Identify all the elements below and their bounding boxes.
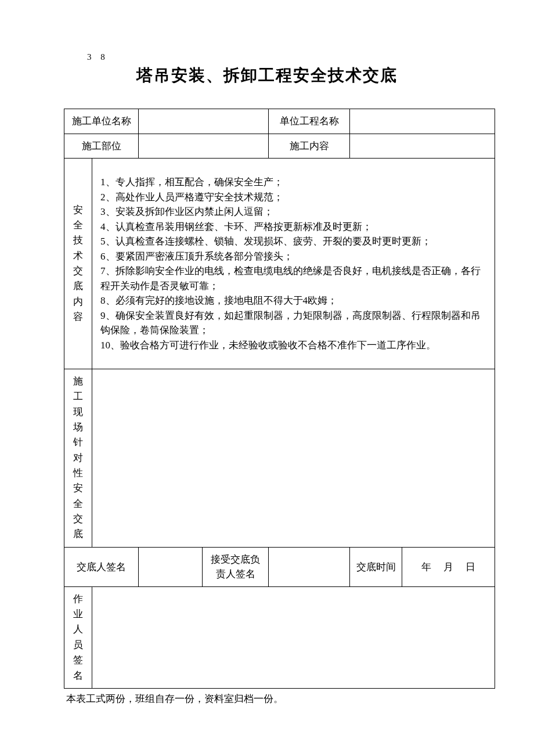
label-disclosure-signer: 交底人签名	[64, 547, 139, 586]
row-signatures: 交底人签名 接受交底负责人签名 交底时间 年 月 日	[64, 547, 495, 586]
footer-note: 本表工式两份，班组自存一份，资料室归档一份。	[66, 692, 470, 705]
value-receiver-signer	[269, 547, 350, 586]
form-table: 施工单位名称 单位工程名称 施工部位 施工内容 安 全 技 术 交 底 内 容 …	[64, 109, 495, 689]
value-disclosure-signer	[139, 547, 203, 586]
value-disclosure-time: 年 月 日	[402, 547, 495, 586]
label-safety-tech: 安 全 技 术 交 底 内 容	[64, 159, 92, 369]
label-construction-unit: 施工单位名称	[64, 109, 139, 134]
label-construction-part: 施工部位	[64, 134, 139, 159]
label-project-name: 单位工程名称	[269, 109, 350, 134]
page-title: 塔吊安装、拆卸工程安全技术交底	[64, 64, 470, 87]
row-worker-sign: 作 业 人 员 签 名	[64, 586, 495, 688]
label-site-specific: 施 工 现 场 针 对 性 安 全 交 底	[64, 369, 92, 548]
row-construction-part: 施工部位 施工内容	[64, 134, 495, 159]
worker-sign-body	[92, 586, 495, 688]
row-unit-name: 施工单位名称 单位工程名称	[64, 109, 495, 134]
header-number: 3 8	[87, 52, 470, 62]
value-construction-content	[350, 134, 495, 159]
safety-content-body: 1、专人指挥，相互配合，确保安全生产； 2、高处作业人员严格遵守安全技术规范； …	[92, 159, 495, 369]
label-worker-sign: 作 业 人 员 签 名	[64, 586, 92, 688]
label-receiver-signer: 接受交底负责人签名	[203, 547, 269, 586]
value-project-name	[350, 109, 495, 134]
value-construction-unit	[139, 109, 269, 134]
value-construction-part	[139, 134, 269, 159]
row-safety-content: 安 全 技 术 交 底 内 容 1、专人指挥，相互配合，确保安全生产； 2、高处…	[64, 159, 495, 369]
label-construction-content: 施工内容	[269, 134, 350, 159]
site-specific-body	[92, 369, 495, 548]
row-site-specific: 施 工 现 场 针 对 性 安 全 交 底	[64, 369, 495, 548]
label-disclosure-time: 交底时间	[350, 547, 402, 586]
